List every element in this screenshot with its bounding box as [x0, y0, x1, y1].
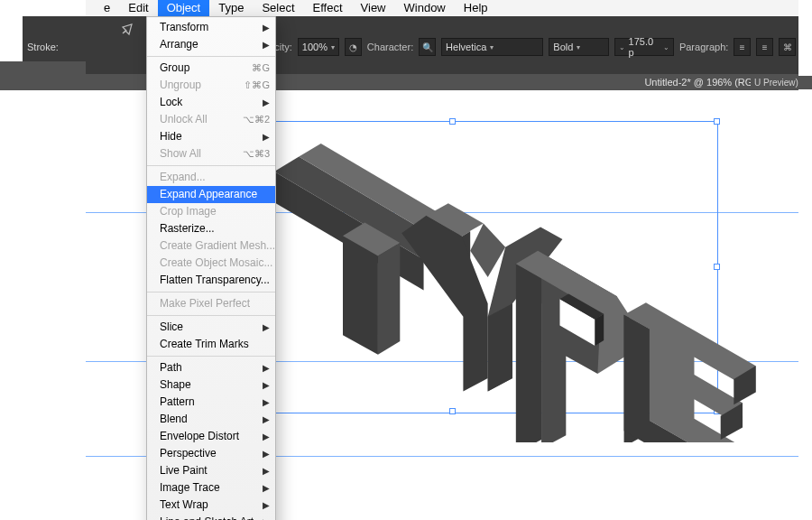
align-left-icon[interactable]: ≡ — [734, 38, 751, 56]
menuitem-transform[interactable]: Transform▶ — [147, 19, 275, 36]
menu-e[interactable]: e — [95, 0, 119, 16]
menuitem-create-trim-marks[interactable]: Create Trim Marks — [147, 336, 275, 353]
selection-handle[interactable] — [449, 118, 456, 125]
menuitem-blend[interactable]: Blend▶ — [147, 411, 275, 428]
menuitem-live-paint[interactable]: Live Paint▶ — [147, 462, 275, 479]
submenu-arrow-icon: ▶ — [263, 481, 270, 495]
menuitem-envelope-distort[interactable]: Envelope Distort▶ — [147, 428, 275, 445]
submenu-arrow-icon: ▶ — [263, 464, 270, 478]
submenu-arrow-icon: ▶ — [263, 38, 270, 51]
menuitem-slice[interactable]: Slice▶ — [147, 319, 275, 336]
menuitem-shape[interactable]: Shape▶ — [147, 376, 275, 394]
submenu-arrow-icon: ▶ — [263, 413, 270, 426]
svg-marker-20 — [734, 366, 755, 404]
menuitem-perspective[interactable]: Perspective▶ — [147, 445, 275, 462]
menuitem-show-all: Show All⌥⌘3 — [147, 145, 275, 162]
opacity-select[interactable]: 100%▾ — [298, 38, 339, 56]
menuitem-hide[interactable]: Hide▶ — [147, 128, 275, 145]
chevron-down-icon: ▾ — [331, 43, 335, 51]
selection-handle[interactable] — [714, 264, 720, 270]
submenu-arrow-icon: ▶ — [263, 430, 270, 443]
menuitem-arrange[interactable]: Arrange▶ — [147, 36, 275, 53]
font-weight-select[interactable]: Bold▾ — [549, 38, 608, 56]
selection-handle[interactable] — [714, 118, 720, 125]
selection-handle[interactable] — [449, 408, 456, 414]
options-bar: pacity: 100%▾ ◔ Character: 🔍 Helvetica▾ … — [263, 36, 796, 58]
shortcut-label: ⌘G — [252, 61, 270, 75]
chevron-down-icon: ⌄ — [619, 43, 625, 51]
menu-select[interactable]: Select — [253, 0, 303, 16]
stroke-label: Stroke: — [27, 42, 77, 52]
style-icon[interactable]: ◔ — [345, 38, 362, 56]
menuitem-make-pixel-perfect: Make Pixel Perfect — [147, 295, 275, 312]
menuitem-image-trace[interactable]: Image Trace▶ — [147, 479, 275, 497]
submenu-arrow-icon: ▶ — [263, 361, 270, 375]
font-size-select[interactable]: ⌄ 175.0 p ⌄ — [614, 38, 674, 56]
menuitem-crop-image: Crop Image — [147, 203, 275, 220]
shortcut-label: ⇧⌘G — [244, 79, 270, 92]
menuitem-expand: Expand... — [147, 169, 275, 186]
menuitem-pattern[interactable]: Pattern▶ — [147, 394, 275, 411]
menu-object[interactable]: Object — [158, 0, 210, 16]
menu-effect[interactable]: Effect — [304, 0, 352, 16]
menubar: eEditObjectTypeSelectEffectViewWindowHel… — [86, 0, 798, 17]
submenu-arrow-icon: ▶ — [263, 498, 270, 512]
selection-handle[interactable] — [714, 408, 720, 414]
submenu-arrow-icon: ▶ — [263, 130, 270, 144]
menuitem-text-wrap[interactable]: Text Wrap▶ — [147, 497, 275, 514]
submenu-arrow-icon: ▶ — [263, 395, 270, 409]
menu-separator — [147, 315, 275, 316]
menuitem-expand-appearance[interactable]: Expand Appearance — [147, 186, 275, 203]
menu-help[interactable]: Help — [455, 0, 497, 16]
shortcut-label: ⌥⌘3 — [243, 147, 270, 161]
menuitem-create-object-mosaic: Create Object Mosaic... — [147, 255, 275, 272]
essentials-icon[interactable]: ⌘ — [779, 38, 796, 56]
menu-type[interactable]: Type — [209, 0, 253, 16]
menuitem-unlock-all: Unlock All⌥⌘2 — [147, 111, 275, 128]
character-label: Character: — [367, 42, 413, 52]
menuitem-flatten-transparency[interactable]: Flatten Transparency... — [147, 272, 275, 289]
submenu-arrow-icon: ▶ — [263, 378, 270, 392]
submenu-arrow-icon: ▶ — [263, 515, 270, 520]
menuitem-create-gradient-mesh: Create Gradient Mesh... — [147, 237, 275, 255]
svg-marker-21 — [721, 403, 743, 440]
menu-separator — [147, 56, 275, 57]
menu-window[interactable]: Window — [395, 0, 455, 16]
align-center-icon[interactable]: ≡ — [756, 38, 773, 56]
submenu-arrow-icon: ▶ — [263, 21, 270, 34]
gpu-preview-label: U Preview) — [751, 76, 812, 89]
menu-edit[interactable]: Edit — [119, 0, 157, 16]
font-search-icon[interactable]: 🔍 — [419, 38, 436, 56]
menuitem-line-and-sketch-art[interactable]: Line and Sketch Art▶ — [147, 514, 275, 520]
submenu-arrow-icon: ▶ — [263, 447, 270, 460]
chevron-down-icon: ▾ — [577, 43, 580, 51]
submenu-arrow-icon: ▶ — [263, 96, 270, 109]
menuitem-path[interactable]: Path▶ — [147, 359, 275, 376]
menuitem-ungroup: Ungroup⇧⌘G — [147, 77, 275, 94]
font-family-select[interactable]: Helvetica▾ — [441, 38, 543, 56]
menuitem-group[interactable]: Group⌘G — [147, 60, 275, 77]
menu-separator — [147, 356, 275, 357]
menu-view[interactable]: View — [352, 0, 395, 16]
shortcut-label: ⌥⌘2 — [243, 113, 270, 126]
chevron-down-icon: ⌄ — [663, 43, 669, 51]
chevron-down-icon: ▾ — [490, 43, 494, 51]
menu-separator — [147, 165, 275, 166]
paragraph-label: Paragraph: — [679, 42, 728, 52]
menu-separator — [147, 292, 275, 292]
menuitem-rasterize[interactable]: Rasterize... — [147, 220, 275, 237]
object-menu-dropdown: Transform▶Arrange▶Group⌘GUngroup⇧⌘GLock▶… — [146, 16, 276, 520]
menuitem-lock[interactable]: Lock▶ — [147, 94, 275, 111]
submenu-arrow-icon: ▶ — [263, 320, 270, 334]
rocket-icon[interactable] — [120, 22, 134, 40]
